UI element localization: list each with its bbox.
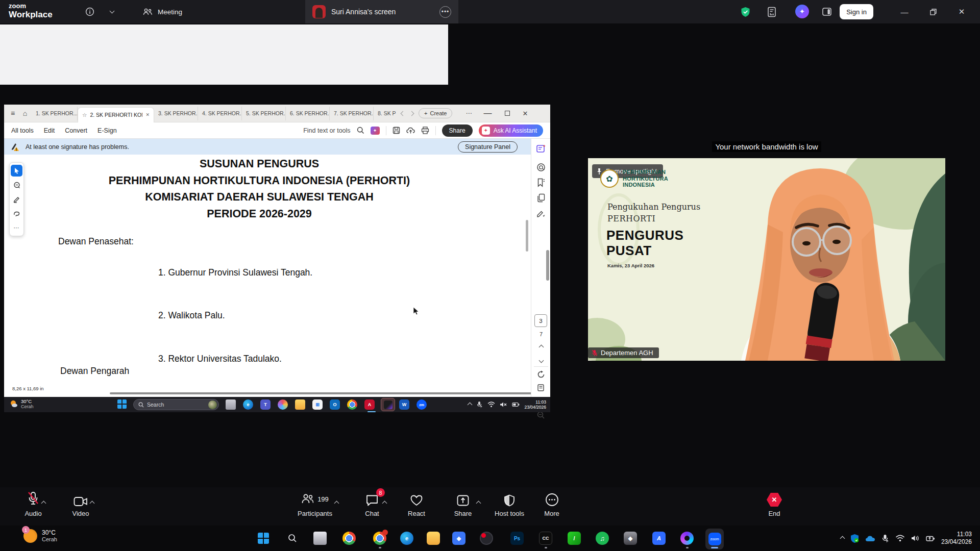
task-view-icon[interactable] <box>313 532 327 545</box>
page-view-icon[interactable] <box>536 383 546 393</box>
more-button[interactable]: More <box>529 491 575 517</box>
presenter-weather-widget[interactable]: 30°C Cerah <box>9 398 34 409</box>
taskbar-search-icon[interactable] <box>286 532 299 545</box>
rail-ai-assistant-icon[interactable]: ✦ <box>536 143 546 154</box>
side-panel-icon[interactable] <box>821 6 833 18</box>
rail-scrollbar-thumb[interactable] <box>546 250 549 281</box>
chat-options-icon[interactable] <box>382 501 387 506</box>
host-weather-widget[interactable]: 1 30°C Cerah <box>23 529 57 543</box>
select-tool-button[interactable] <box>11 165 22 177</box>
pdf-tab-8[interactable]: 8. SK P <box>374 107 397 120</box>
tray-expand-icon[interactable] <box>840 536 845 541</box>
tray-expand-icon[interactable] <box>468 402 473 407</box>
ai-companion-icon[interactable]: ✦ <box>795 5 809 18</box>
window-restore-button[interactable] <box>922 0 944 23</box>
rail-bookmarks-icon[interactable] <box>536 178 546 188</box>
presenter-acrobat-icon[interactable]: A <box>364 399 375 410</box>
capcut-icon[interactable]: CC <box>539 532 552 545</box>
onedrive-icon[interactable] <box>865 535 875 542</box>
find-text-label[interactable]: Find text or tools <box>303 127 350 134</box>
presenter-zoom-icon[interactable]: zm <box>416 399 427 410</box>
pencil-tool-button[interactable] <box>11 193 22 205</box>
audio-button[interactable]: Audio <box>10 491 56 517</box>
tab-scroll-right-icon[interactable] <box>409 111 414 116</box>
chrome-profile-icon[interactable] <box>373 532 386 545</box>
video-options-icon[interactable] <box>90 501 95 506</box>
signature-panel-button[interactable]: Signature Panel <box>458 141 518 153</box>
pdf-tab-5[interactable]: 5. SK PERHOR... <box>242 107 286 120</box>
ai-tools-icon[interactable]: ✦ <box>371 127 380 135</box>
acrobat-minimize-icon[interactable]: — <box>483 109 492 118</box>
wifi-icon[interactable] <box>487 402 495 408</box>
notes-app-icon[interactable]: / <box>568 532 581 545</box>
window-minimize-button[interactable]: — <box>893 0 916 23</box>
current-page-box[interactable]: 3 <box>534 314 547 327</box>
chrome-icon[interactable] <box>342 532 356 545</box>
presenter-active-app-icon[interactable] <box>381 398 395 411</box>
tab-options-icon[interactable]: ••• <box>439 6 451 18</box>
mic-device-icon[interactable] <box>881 534 889 543</box>
presenter-task-view-icon[interactable] <box>226 399 236 410</box>
draw-lasso-tool-button[interactable] <box>11 208 22 219</box>
edge-icon[interactable]: e <box>400 532 413 545</box>
pdf-tab-3[interactable]: 3. SK PERHOR... <box>154 107 198 120</box>
audio-options-icon[interactable] <box>41 501 46 506</box>
info-icon[interactable] <box>84 6 95 17</box>
presenter-search-box[interactable]: Search <box>133 399 219 410</box>
alight-motion-icon[interactable]: A <box>652 532 666 545</box>
menu-edit[interactable]: Edit <box>44 127 55 134</box>
spotify-icon[interactable]: ♫ <box>596 532 609 545</box>
search-icon[interactable] <box>357 127 364 134</box>
rail-comments-icon[interactable] <box>536 162 546 172</box>
acrobat-restore-icon[interactable] <box>505 111 510 116</box>
ask-ai-assistant-button[interactable]: ✦ Ask AI Assistant <box>479 124 543 137</box>
hamburger-menu-icon[interactable]: ≡ <box>7 109 18 117</box>
participants-options-icon[interactable] <box>334 501 339 506</box>
chat-button[interactable]: 8 Chat <box>349 491 395 517</box>
share-options-icon[interactable] <box>476 501 481 506</box>
end-meeting-button[interactable]: ✕ End <box>751 491 797 517</box>
tab-close-icon[interactable]: ✕ <box>145 112 150 117</box>
host-clock[interactable]: 11:03 23/04/2026 <box>941 531 972 546</box>
sign-in-button[interactable]: Sign in <box>840 4 873 19</box>
tab-scroll-left-icon[interactable] <box>401 111 406 116</box>
react-button[interactable]: React <box>394 491 439 517</box>
security-shield-icon[interactable] <box>739 6 751 18</box>
chevron-down-icon[interactable] <box>110 9 114 13</box>
create-button[interactable]: +Create <box>419 108 452 118</box>
tab-meeting[interactable]: Meeting <box>143 0 182 23</box>
home-icon[interactable]: ⌂ <box>18 109 32 117</box>
rail-signature-icon[interactable] <box>536 209 546 219</box>
pdf-tab-6[interactable]: 6. SK PERHOR... <box>286 107 330 120</box>
file-explorer-icon[interactable] <box>427 532 440 545</box>
presenter-outlook-icon[interactable]: O <box>330 399 340 410</box>
print-icon[interactable] <box>421 127 429 134</box>
windows-security-icon[interactable] <box>850 534 859 543</box>
media-app-icon[interactable] <box>680 532 694 545</box>
more-tools-button[interactable]: ⋯ <box>11 222 22 234</box>
presenter-file-explorer-icon[interactable] <box>295 399 305 410</box>
document-scrollbar-thumb[interactable] <box>526 220 528 252</box>
presenter-edge-icon[interactable]: e <box>243 399 253 410</box>
photos-icon[interactable]: ◈ <box>452 532 465 545</box>
upload-cloud-icon[interactable] <box>406 127 415 134</box>
pdf-tab-4[interactable]: 4. SK PERHOR... <box>198 107 242 120</box>
presenter-clock[interactable]: 11:03 23/04/2026 <box>524 399 546 410</box>
battery-icon[interactable] <box>512 402 520 408</box>
pdf-tab-2-active[interactable]: ☆ 2. SK PERHORTI KOMD... ✕ <box>78 107 154 122</box>
share-screen-button[interactable]: Share <box>440 491 486 517</box>
volume-icon[interactable] <box>911 535 920 542</box>
wallet-app-icon[interactable]: ◆ <box>624 532 637 545</box>
rail-pages-icon[interactable] <box>536 193 546 203</box>
acrobat-close-icon[interactable]: ✕ <box>522 110 528 117</box>
presenter-word-icon[interactable]: W <box>399 399 409 410</box>
captions-report-icon[interactable] <box>766 6 778 18</box>
presenter-start-button[interactable] <box>117 399 127 409</box>
spotlight-video-tile[interactable]: Remove spotlight ✿ PERHIMPUNAN HORTIKULT… <box>588 158 945 361</box>
star-icon[interactable]: ☆ <box>82 112 87 118</box>
share-button[interactable]: Share <box>442 124 473 137</box>
comment-tool-button[interactable] <box>11 179 22 191</box>
rotate-page-icon[interactable] <box>536 369 546 380</box>
pdf-tab-7[interactable]: 7. SK PERHOR... <box>330 107 374 120</box>
presenter-teams-icon[interactable]: T <box>260 399 271 410</box>
